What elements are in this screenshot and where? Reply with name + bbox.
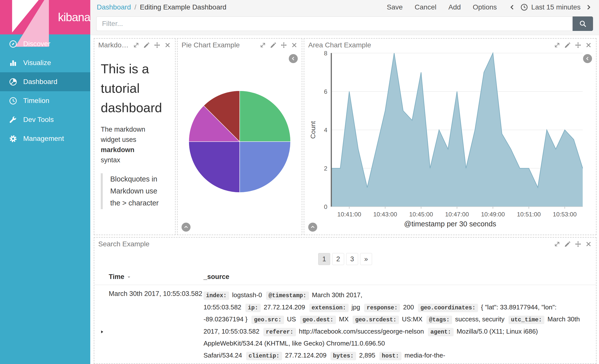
time-forward-button[interactable]	[585, 3, 593, 11]
panel-controls	[554, 42, 592, 49]
field-value: success, security	[455, 315, 504, 323]
sidebar-item-discover[interactable]: Discover	[0, 34, 90, 53]
close-icon	[585, 241, 592, 248]
field-name-badge: response:	[364, 304, 400, 312]
pie-slice-1[interactable]	[240, 91, 291, 142]
pagination: 123»	[94, 253, 596, 265]
sidebar-item-visualize[interactable]: Visualize	[0, 53, 90, 72]
cancel-button[interactable]: Cancel	[415, 3, 436, 11]
sidebar-item-management[interactable]: Management	[0, 129, 90, 148]
column-header-label: Time	[109, 273, 124, 281]
spy-toggle-button[interactable]	[583, 54, 592, 63]
dashboard-icon	[9, 78, 17, 86]
panel-controls	[259, 42, 298, 49]
pie-slice-3[interactable]	[189, 142, 240, 192]
sidebar-item-dashboard[interactable]: Dashboard	[0, 72, 90, 91]
panel-close-button[interactable]	[291, 42, 298, 49]
pie-slice-2[interactable]	[240, 142, 291, 192]
add-button[interactable]: Add	[448, 3, 461, 11]
panel-pencil-button[interactable]	[143, 42, 150, 49]
sidebar-item-label: Management	[23, 135, 64, 143]
field-value: 200	[403, 303, 414, 311]
panel-move-button[interactable]	[154, 42, 161, 49]
sidebar-item-dev-tools[interactable]: Dev Tools	[0, 110, 90, 129]
sidebar-item-label: Visualize	[23, 59, 51, 67]
field-name-badge: extension:	[309, 304, 349, 312]
sort-desc-icon	[126, 274, 131, 279]
panel-expand-button[interactable]	[133, 42, 140, 49]
spy-toggle-button[interactable]	[289, 54, 298, 63]
panel-pencil-button[interactable]	[270, 42, 277, 49]
search-button[interactable]	[573, 16, 593, 31]
area-chart[interactable]: 0246810:41:0010:43:0010:45:0010:47:0010:…	[304, 51, 596, 228]
field-value: 27.72.124.209	[285, 352, 326, 359]
field-value: 27.72.124.209	[264, 303, 305, 311]
pagination-page-3-button[interactable]: 3	[346, 253, 358, 265]
field-name-badge: geo.srcdest:	[353, 316, 399, 324]
save-button[interactable]: Save	[387, 3, 403, 11]
breadcrumb-dashboard-link[interactable]: Dashboard	[97, 3, 131, 11]
sidebar: kibana DiscoverVisualizeDashboardTimelio…	[0, 0, 90, 364]
panel-close-button[interactable]	[585, 241, 592, 248]
source-field: @tags:success, security	[426, 315, 504, 323]
field-name-badge: host:	[379, 352, 401, 360]
options-button[interactable]: Options	[473, 3, 497, 11]
x-tick-label: 10:49:00	[481, 211, 505, 218]
pencil-icon	[270, 42, 277, 49]
filter-input[interactable]	[96, 16, 573, 31]
y-tick-label: 4	[324, 127, 327, 133]
time-range-button[interactable]: Last 15 minutes	[520, 3, 581, 11]
panel-expand-button[interactable]	[259, 42, 266, 49]
breadcrumb: Dashboard / Editing Example Dashboard	[97, 3, 226, 11]
search-icon	[579, 20, 587, 28]
row-expand-button[interactable]	[94, 289, 109, 364]
panel-move-button[interactable]	[575, 42, 582, 49]
field-name-badge: referer:	[263, 328, 296, 336]
row-time: March 30th 2017, 10:55:03.582	[109, 289, 203, 364]
source-field: bytes:2,895	[330, 352, 375, 359]
field-name-badge: @timestamp:	[266, 291, 309, 300]
pencil-icon	[564, 42, 571, 49]
source-field: response:200	[364, 303, 414, 311]
time-range-label: Last 15 minutes	[531, 3, 581, 11]
kibana-logo-text: kibana	[58, 10, 90, 24]
x-tick-label: 10:45:00	[409, 211, 433, 218]
field-name-badge: @tags:	[426, 316, 452, 324]
spy-toggle-button[interactable]	[182, 223, 191, 232]
sidebar-item-timelion[interactable]: Timelion	[0, 91, 90, 110]
panel-pencil-button[interactable]	[564, 241, 571, 248]
x-axis-label: @timestamp per 30 seconds	[308, 220, 593, 228]
sidebar-item-label: Dev Tools	[23, 116, 54, 124]
sidebar-item-label: Discover	[23, 40, 50, 48]
pencil-icon	[143, 42, 150, 49]
chevron-left-icon	[508, 3, 516, 11]
panel-move-button[interactable]	[280, 42, 287, 49]
time-column-header[interactable]: Time	[109, 273, 203, 281]
panel-move-button[interactable]	[575, 241, 582, 248]
pagination-page-2-button[interactable]: 2	[332, 253, 344, 265]
expand-icon	[133, 42, 140, 49]
x-tick-label: 10:51:00	[517, 211, 541, 218]
panel-header: Search Example	[94, 238, 596, 250]
pie-chart	[178, 89, 302, 194]
x-tick-label: 10:47:00	[445, 211, 469, 218]
panel-controls	[133, 42, 171, 49]
pagination-next-button[interactable]: »	[360, 253, 372, 265]
panel-pencil-button[interactable]	[564, 42, 571, 49]
field-value: US	[287, 315, 296, 323]
field-value: US:MX	[402, 315, 422, 323]
pagination-page-1-button[interactable]: 1	[318, 253, 330, 265]
area-chart-panel: Area Chart Example 0246810:41:0010:43:00…	[304, 38, 597, 235]
field-name-badge: geo.coordinates:	[418, 304, 478, 312]
panel-close-button[interactable]	[164, 42, 171, 49]
panel-expand-button[interactable]	[554, 241, 561, 248]
move-icon	[575, 42, 582, 49]
y-axis-label: Count	[309, 121, 317, 139]
time-back-button[interactable]	[508, 3, 516, 11]
kibana-logo[interactable]: kibana	[0, 0, 90, 34]
spy-toggle-button[interactable]	[308, 223, 317, 232]
panel-expand-button[interactable]	[554, 42, 561, 49]
panel-close-button[interactable]	[585, 42, 592, 49]
panel-header: Area Chart Example	[304, 39, 596, 51]
chevron-left-icon	[585, 56, 591, 62]
